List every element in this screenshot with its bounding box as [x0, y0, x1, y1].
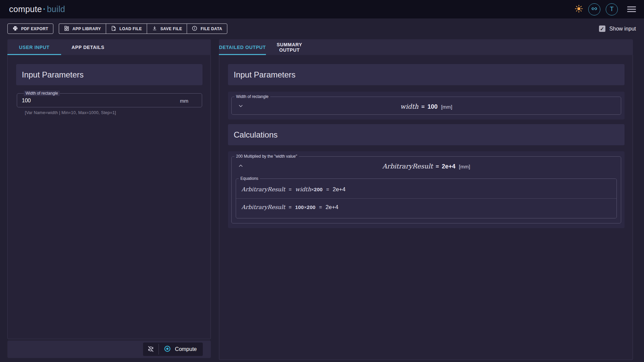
- eq1-result: 2e+4: [333, 186, 346, 193]
- grid-icon: [64, 25, 70, 32]
- user-input-body: Input Parameters Width of rectangle mm […: [7, 55, 211, 339]
- printer-icon: [12, 25, 18, 32]
- link-icon: [591, 5, 598, 13]
- calculation-fieldset: 200 Multiplied by the "width value" Arbi…: [231, 154, 621, 223]
- eq2-lhs: ArbitraryResult: [241, 204, 285, 210]
- width-result-line: width = 100 [mm]: [232, 103, 621, 110]
- collapse-calculation-button[interactable]: [236, 161, 245, 171]
- show-input-checkbox[interactable]: ✓: [599, 25, 605, 32]
- width-var: width: [400, 103, 418, 110]
- eq1-equals-2: =: [326, 187, 329, 192]
- file-data-label: FILE DATA: [200, 27, 222, 31]
- input-parameters-title: Input Parameters: [22, 70, 84, 80]
- app-library-button[interactable]: APP LIBRARY: [59, 23, 106, 34]
- equations-fieldset: Equations ArbitraryResult = width×200 = …: [236, 176, 617, 218]
- chevron-up-icon: [238, 163, 244, 170]
- tab-detailed-output[interactable]: DETAILED OUTPUT: [219, 39, 266, 55]
- theme-toggle-button[interactable]: [575, 5, 583, 14]
- multiply-sign: ×: [311, 187, 314, 192]
- main-content: USER INPUT APP DETAILS Input Parameters …: [0, 34, 644, 360]
- width-input[interactable]: [22, 98, 180, 104]
- output-panel: DETAILED OUTPUT SUMMARY OUTPUT Input Par…: [219, 39, 633, 360]
- equation-symbolic: ArbitraryResult = width×200 = 2e+4: [236, 181, 616, 198]
- user-avatar-button[interactable]: T: [606, 3, 618, 15]
- width-value: 100: [427, 103, 438, 110]
- logo-compute: compute: [9, 4, 42, 14]
- share-link-button[interactable]: [588, 3, 600, 15]
- eq2-result: 2e+4: [325, 204, 338, 210]
- info-icon: [192, 25, 197, 32]
- equations-label: Equations: [239, 176, 260, 181]
- pdf-export-button[interactable]: PDF EXPORT: [7, 23, 53, 34]
- load-file-label: LOAD FILE: [120, 27, 142, 31]
- app-logo: compute · build: [9, 4, 65, 14]
- avatar-initial: T: [610, 6, 614, 13]
- tab-summary-output[interactable]: SUMMARY OUTPUT: [266, 39, 313, 55]
- top-navbar: compute · build: [0, 0, 644, 18]
- width-unit-label: mm: [180, 98, 188, 104]
- calculations-header: Calculations: [228, 124, 625, 145]
- calculation-result-line: ArbitraryResult = 2e+4 [mm]: [232, 162, 621, 170]
- eq2-num2: 200: [307, 204, 316, 210]
- app-library-label: APP LIBRARY: [73, 27, 101, 31]
- chevron-down-icon: [238, 103, 244, 110]
- file-button-group: APP LIBRARY LOAD FILE SAVE FILE: [59, 23, 227, 34]
- eq1-num: 200: [314, 187, 323, 192]
- checkmark-icon: ✓: [600, 26, 604, 32]
- logo-build: build: [47, 4, 65, 14]
- save-file-button[interactable]: SAVE FILE: [147, 23, 187, 34]
- compute-button[interactable]: Compute: [159, 343, 203, 356]
- input-panel-tabs: USER INPUT APP DETAILS: [7, 39, 211, 55]
- eq2-equals: =: [289, 204, 292, 210]
- compute-button-group: Compute: [143, 343, 203, 356]
- hamburger-menu-icon: [627, 6, 636, 7]
- sun-icon: [575, 5, 583, 14]
- eq1-equals: =: [289, 187, 292, 192]
- calculation-label: 200 Multiplied by the "width value": [234, 154, 299, 159]
- file-toolbar: PDF EXPORT APP LIBRARY LOA: [0, 18, 644, 34]
- equals-sign: =: [421, 104, 425, 110]
- detailed-output-body: Input Parameters Width of rectangle: [219, 55, 633, 360]
- eq2-num1: 100: [295, 204, 304, 210]
- width-input-field: Width of rectangle mm: [17, 91, 202, 107]
- compute-label: Compute: [175, 346, 197, 352]
- file-load-icon: [111, 25, 117, 32]
- output-input-parameters-title: Input Parameters: [234, 70, 295, 80]
- compute-bar: Compute: [7, 341, 211, 358]
- record-target-icon: [164, 345, 171, 354]
- expand-width-button[interactable]: [236, 102, 245, 111]
- sync-disabled-icon: [147, 345, 154, 354]
- eq2-equals-2: =: [319, 204, 322, 210]
- main-menu-button[interactable]: [627, 6, 636, 12]
- navbar-actions: T: [575, 3, 636, 15]
- input-parameters-header: Input Parameters: [16, 64, 202, 85]
- load-file-button[interactable]: LOAD FILE: [106, 23, 147, 34]
- output-input-parameters-header: Input Parameters: [228, 64, 625, 85]
- input-panel: USER INPUT APP DETAILS Input Parameters …: [7, 39, 211, 358]
- output-panel-tabs: DETAILED OUTPUT SUMMARY OUTPUT: [219, 39, 633, 55]
- result-unit: [mm]: [459, 164, 470, 169]
- width-output-card: Width of rectangle width =: [228, 92, 625, 119]
- eq1-lhs: ArbitraryResult: [241, 186, 285, 193]
- show-input-toggle[interactable]: ✓ Show input: [599, 25, 636, 32]
- equals-sign: =: [435, 163, 439, 170]
- tab-user-input[interactable]: USER INPUT: [7, 39, 61, 55]
- width-output-fieldset: Width of rectangle width =: [231, 94, 621, 115]
- eq1-var: width: [295, 186, 311, 193]
- tab-app-details[interactable]: APP DETAILS: [61, 39, 115, 55]
- show-input-label: Show input: [609, 26, 636, 32]
- calculation-card: 200 Multiplied by the "width value" Arbi…: [228, 151, 625, 228]
- pdf-export-label: PDF EXPORT: [21, 27, 48, 31]
- multiply-sign: ×: [304, 204, 307, 210]
- logo-dot: ·: [43, 4, 46, 14]
- save-file-label: SAVE FILE: [160, 27, 182, 31]
- download-icon: [152, 25, 157, 32]
- width-unit: [mm]: [441, 104, 452, 110]
- width-field-caption: [Var Name=width | Min=10, Max=1000, Step…: [25, 110, 202, 115]
- auto-sync-toggle-button[interactable]: [143, 343, 158, 356]
- width-field-label: Width of rectangle: [24, 91, 60, 96]
- result-var: ArbitraryResult: [382, 162, 433, 170]
- calculations-title: Calculations: [234, 130, 278, 140]
- result-value: 2e+4: [442, 163, 456, 170]
- file-data-button[interactable]: FILE DATA: [187, 23, 227, 34]
